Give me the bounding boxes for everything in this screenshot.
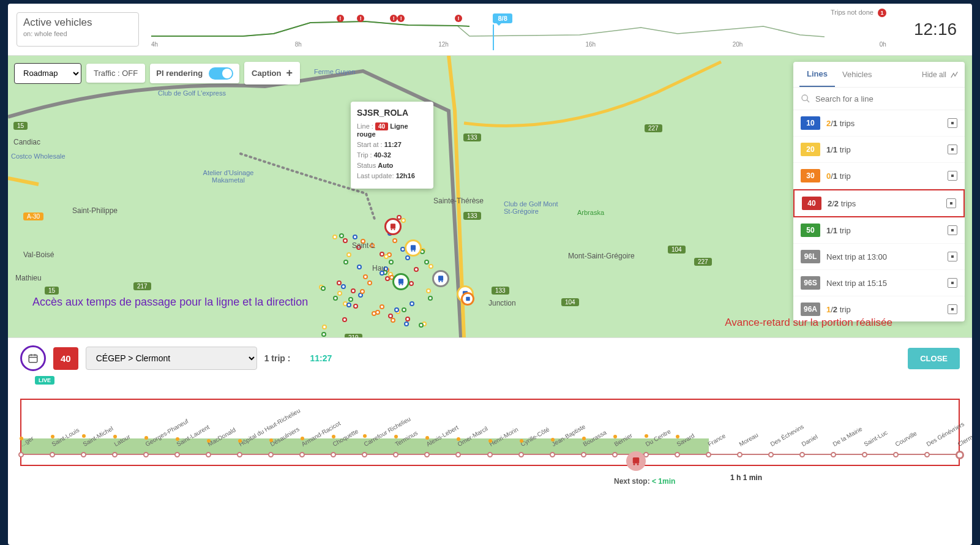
- tab-vehicles[interactable]: Vehicles: [835, 62, 879, 86]
- road-badge: 15: [13, 122, 28, 130]
- bus-marker[interactable]: [432, 270, 449, 287]
- stop-dot[interactable]: [455, 452, 461, 457]
- svg-rect-15: [466, 296, 469, 300]
- tab-lines[interactable]: Lines: [799, 62, 835, 87]
- stop-dot[interactable]: [237, 452, 242, 457]
- stop-dot[interactable]: [50, 452, 55, 457]
- road-badge: A-30: [23, 212, 43, 220]
- stop-dot[interactable]: [174, 452, 180, 457]
- close-button[interactable]: CLOSE: [908, 348, 960, 369]
- stop-dot[interactable]: [831, 452, 836, 457]
- stop-dot[interactable]: [581, 452, 586, 457]
- svg-point-11: [441, 281, 443, 282]
- stop-dot[interactable]: [768, 452, 774, 457]
- active-vehicles-subtitle: on: whole feed: [23, 30, 132, 37]
- stop-dot[interactable]: [424, 452, 430, 457]
- line-number-badge: 40: [802, 197, 821, 210]
- svg-point-2: [394, 229, 395, 230]
- svg-point-1: [391, 229, 392, 230]
- road-badge: 133: [463, 212, 481, 220]
- alert-icon: !: [337, 15, 344, 22]
- line-status: 2/1 trips: [826, 119, 941, 128]
- stop-dot[interactable]: [956, 451, 964, 459]
- stop-label: De la Mairie: [831, 426, 863, 448]
- pi-rendering-control: PI rendering: [150, 64, 239, 83]
- stop-dot[interactable]: [331, 452, 336, 457]
- pi-rendering-toggle[interactable]: [209, 67, 233, 80]
- map-poi-ferme: Ferme Guyon: [314, 68, 355, 75]
- svg-point-4: [411, 250, 413, 252]
- calendar-button[interactable]: [20, 345, 46, 371]
- bus-position-marker: [626, 451, 646, 471]
- focus-line-button[interactable]: [948, 304, 957, 314]
- svg-rect-9: [438, 276, 443, 280]
- line-row[interactable]: 201/1 trip: [793, 137, 965, 163]
- line-number-badge: 50: [801, 224, 820, 237]
- vehicle-popup: SJSR_ROLA Line : 40 Ligne rouge Start at…: [351, 102, 433, 189]
- trip-panel: LIVE 40 CÉGEP > Clermont 1 trip : 11:27 …: [8, 337, 972, 489]
- line-row[interactable]: 300/1 trip: [793, 163, 965, 189]
- line-row[interactable]: 96SNext trip at 15:15: [793, 270, 965, 296]
- schedule-dot: [645, 434, 648, 438]
- stop-dot[interactable]: [706, 452, 711, 457]
- line-status: Next trip at 13:00: [826, 252, 941, 261]
- annotation-advance-delay: Avance-retard sur la portion réalisée: [725, 317, 892, 329]
- direction-select[interactable]: CÉGEP > Clermont: [86, 347, 257, 370]
- alert-icon: !: [455, 15, 462, 22]
- focus-line-button[interactable]: [948, 118, 957, 128]
- svg-rect-3: [411, 245, 416, 250]
- roadmap-select[interactable]: Roadmap: [14, 63, 81, 84]
- trip-time[interactable]: 11:27: [310, 353, 332, 363]
- stop-dot[interactable]: [675, 452, 680, 457]
- stop-dot[interactable]: [550, 452, 555, 457]
- bus-marker[interactable]: [392, 273, 410, 290]
- stop-dot[interactable]: [112, 452, 118, 457]
- stop-dot[interactable]: [143, 452, 149, 457]
- stop-dot[interactable]: [299, 452, 305, 457]
- bus-marker[interactable]: [384, 218, 402, 235]
- map[interactable]: Ferme Guyon Club de Golf L'express Candi…: [8, 56, 972, 337]
- line-badge: 40: [53, 347, 78, 370]
- focus-line-button[interactable]: [948, 225, 957, 235]
- svg-point-10: [439, 281, 440, 282]
- stop-dot[interactable]: [924, 452, 930, 457]
- bus-marker[interactable]: [461, 292, 474, 306]
- line-status: 1/1 trip: [826, 145, 941, 154]
- search-input[interactable]: [815, 94, 957, 103]
- bus-marker[interactable]: [405, 239, 422, 257]
- schedule-dot: [113, 435, 117, 438]
- map-poi-atelier: Atelier d'Usinage Makametal: [195, 169, 262, 184]
- stop-dot[interactable]: [268, 452, 274, 457]
- stop-label: France: [706, 432, 726, 448]
- line-row[interactable]: 96LNext trip at 13:00: [793, 244, 965, 270]
- schedule-dot: [613, 435, 617, 438]
- stop-dot[interactable]: [487, 452, 493, 457]
- line-list[interactable]: 102/1 trips201/1 trip300/1 trip402/2 tri…: [793, 110, 965, 321]
- focus-line-button[interactable]: [948, 252, 957, 261]
- stop-dot[interactable]: [81, 452, 86, 457]
- stop-dot[interactable]: [737, 452, 742, 457]
- hide-all-button[interactable]: Hide all: [922, 70, 959, 79]
- stop-dot[interactable]: [893, 452, 899, 457]
- stop-dot[interactable]: [393, 452, 398, 457]
- focus-line-button[interactable]: [948, 278, 957, 288]
- line-row[interactable]: 501/1 trip: [793, 217, 965, 244]
- schedule-dot: [488, 439, 492, 443]
- line-row[interactable]: 102/1 trips: [793, 110, 965, 137]
- stop-dot[interactable]: [18, 452, 24, 457]
- stop-dot[interactable]: [518, 452, 524, 457]
- timeline[interactable]: Trips not done 1 !!!!! 8/8 4h8h12h16h20h…: [139, 4, 899, 55]
- focus-line-button[interactable]: [948, 145, 957, 154]
- line-row[interactable]: 402/2 trips: [793, 189, 965, 217]
- focus-line-button[interactable]: [946, 198, 956, 208]
- stop-label: Courville: [894, 430, 918, 448]
- stop-dot[interactable]: [799, 452, 805, 457]
- traffic-toggle[interactable]: Traffic : OFF: [86, 64, 145, 83]
- stop-dot[interactable]: [362, 452, 367, 457]
- stop-dot[interactable]: [206, 452, 211, 457]
- stop-dot[interactable]: [612, 452, 618, 457]
- stop-dot[interactable]: [862, 452, 867, 457]
- caption-button[interactable]: Caption+: [244, 62, 300, 85]
- line-number-badge: 20: [801, 143, 820, 156]
- focus-line-button[interactable]: [948, 171, 957, 181]
